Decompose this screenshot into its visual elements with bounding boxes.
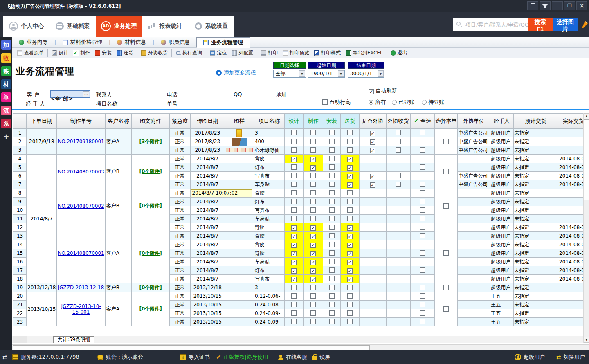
- toolbar-style-button[interactable]: 打印样式: [312, 49, 343, 58]
- deliver-checkbox[interactable]: [347, 147, 353, 153]
- install-checkbox[interactable]: [329, 164, 335, 170]
- make-checkbox[interactable]: [310, 147, 316, 153]
- design-checkbox[interactable]: [291, 190, 297, 195]
- chevron-down-icon[interactable]: ▼: [299, 70, 305, 77]
- select-all-checkbox[interactable]: [420, 147, 425, 153]
- select-all-checkbox[interactable]: [420, 139, 425, 144]
- order-no-link[interactable]: JGZZD-2013-10-15-001: [61, 303, 101, 315]
- order-no-link[interactable]: NO.201408070003: [58, 169, 104, 175]
- design-checkbox[interactable]: [291, 164, 297, 170]
- make-checkbox[interactable]: [310, 173, 316, 178]
- deliver-checkbox[interactable]: [347, 139, 353, 144]
- horn-icon[interactable]: [580, 19, 589, 30]
- toolbar-exit-button[interactable]: 退出: [388, 49, 410, 58]
- date-filter-select[interactable]: 1900/1/1▼: [308, 70, 345, 78]
- subtab-staff[interactable]: 职员信息: [154, 37, 196, 47]
- select-all-checkbox[interactable]: [420, 164, 425, 170]
- col-header-下单日期[interactable]: 下单日期: [27, 114, 57, 129]
- install-checkbox[interactable]: [329, 310, 335, 316]
- clipboard-icon[interactable]: [527, 1, 538, 10]
- make-checkbox[interactable]: [310, 199, 316, 204]
- design-checkbox[interactable]: ✓: [291, 251, 297, 256]
- vertical-scrollbar[interactable]: ▲ ▼: [583, 113, 589, 343]
- outsource-receive-checkbox[interactable]: [396, 147, 401, 153]
- design-checkbox[interactable]: [291, 147, 297, 153]
- col-header-预计交货[interactable]: 预计交货: [513, 114, 558, 129]
- deliver-checkbox[interactable]: ✓: [347, 157, 353, 162]
- deliver-checkbox[interactable]: ✓: [347, 268, 353, 274]
- install-checkbox[interactable]: [329, 207, 335, 213]
- deliver-checkbox[interactable]: [347, 199, 353, 204]
- design-checkbox[interactable]: [291, 182, 297, 187]
- sidebar-shortcut-账[interactable]: 账: [1, 66, 11, 76]
- select-image-button[interactable]: 选择图片: [553, 18, 578, 31]
- col-header-制作[interactable]: 制作: [303, 114, 323, 129]
- install-checkbox[interactable]: [329, 130, 335, 135]
- deliver-checkbox[interactable]: [347, 293, 353, 299]
- status-lock[interactable]: 锁屏: [312, 350, 330, 364]
- toolbar-deliver-button[interactable]: 送货: [114, 49, 136, 58]
- install-checkbox[interactable]: [329, 216, 335, 221]
- col-header-制作单号[interactable]: 制作单号: [57, 114, 105, 129]
- make-checkbox[interactable]: [310, 207, 316, 213]
- make-checkbox[interactable]: ✓: [310, 234, 316, 239]
- install-checkbox[interactable]: [329, 302, 335, 307]
- install-checkbox[interactable]: [329, 190, 335, 195]
- outsource-checkbox[interactable]: ✓: [370, 131, 375, 136]
- select-all-checkbox[interactable]: [420, 156, 425, 161]
- deliver-checkbox[interactable]: ✓: [347, 277, 353, 282]
- deliver-checkbox[interactable]: [347, 130, 353, 135]
- select-all-checkbox[interactable]: [420, 190, 425, 195]
- install-checkbox[interactable]: [329, 250, 335, 256]
- sidebar-shortcut-材[interactable]: 材: [1, 79, 11, 89]
- design-checkbox[interactable]: ✓: [291, 268, 297, 274]
- select-all-checkbox[interactable]: [420, 233, 425, 238]
- make-checkbox[interactable]: [310, 293, 316, 299]
- design-checkbox[interactable]: ✓: [291, 234, 297, 239]
- attachment-link[interactable]: [0个附件]: [139, 169, 162, 174]
- deliver-checkbox[interactable]: [347, 207, 353, 213]
- install-checkbox[interactable]: [329, 293, 335, 299]
- status-license-check[interactable]: ✔正版授权|终身使用: [216, 350, 268, 364]
- install-checkbox[interactable]: [329, 182, 335, 187]
- select-all-checkbox[interactable]: [420, 302, 425, 307]
- radio-posted[interactable]: 已登账: [392, 99, 414, 106]
- design-checkbox[interactable]: [291, 302, 297, 307]
- upload-date-editor[interactable]: 2014/8/7 10:07:02: [191, 189, 252, 197]
- sidebar-shortcut-单[interactable]: 单: [1, 92, 11, 102]
- make-checkbox[interactable]: [310, 190, 316, 195]
- col-header-外协单位[interactable]: 外协单位: [457, 114, 490, 129]
- design-checkbox[interactable]: [291, 207, 297, 213]
- deliver-checkbox[interactable]: [347, 190, 353, 195]
- chevron-down-icon[interactable]: ▼: [378, 70, 384, 77]
- select-all-checkbox[interactable]: [420, 173, 425, 178]
- status-support[interactable]: 在线客服: [278, 350, 307, 364]
- select-order-checkbox[interactable]: [443, 169, 449, 174]
- attachment-link[interactable]: [0个附件]: [139, 285, 162, 290]
- install-checkbox[interactable]: [329, 156, 335, 161]
- col-header-外协收货[interactable]: 外协收货: [386, 114, 410, 129]
- design-checkbox[interactable]: [291, 130, 297, 135]
- nav-tab-person[interactable]: 个人中心: [3, 16, 49, 37]
- design-checkbox[interactable]: [291, 310, 297, 316]
- select-all-checkbox[interactable]: [420, 130, 425, 135]
- install-checkbox[interactable]: [329, 242, 335, 247]
- col-header-紧急度[interactable]: 紧急度: [170, 114, 190, 129]
- select-all-checkbox[interactable]: [420, 199, 425, 204]
- make-checkbox[interactable]: ✓: [310, 157, 316, 162]
- col-header-送货[interactable]: 送货: [341, 114, 359, 129]
- sidebar-shortcut-系[interactable]: 系: [1, 119, 11, 128]
- nav-tab-chart[interactable]: 报表统计: [142, 16, 188, 37]
- select-all-checkbox[interactable]: [420, 285, 425, 290]
- design-checkbox[interactable]: ✓: [291, 277, 297, 282]
- col-header-设计[interactable]: 设计: [284, 114, 303, 129]
- install-checkbox[interactable]: [329, 147, 335, 153]
- add-shortcut-button[interactable]: +: [1, 132, 11, 142]
- make-checkbox[interactable]: ✓: [310, 277, 316, 282]
- outsource-checkbox[interactable]: ✓: [370, 174, 375, 179]
- design-checkbox[interactable]: [291, 199, 297, 204]
- make-checkbox[interactable]: ✓: [310, 251, 316, 256]
- nav-tab-ad[interactable]: AD业务处理: [96, 16, 142, 37]
- scroll-up-arrow-icon[interactable]: ▲: [584, 113, 589, 119]
- make-checkbox[interactable]: [310, 139, 316, 144]
